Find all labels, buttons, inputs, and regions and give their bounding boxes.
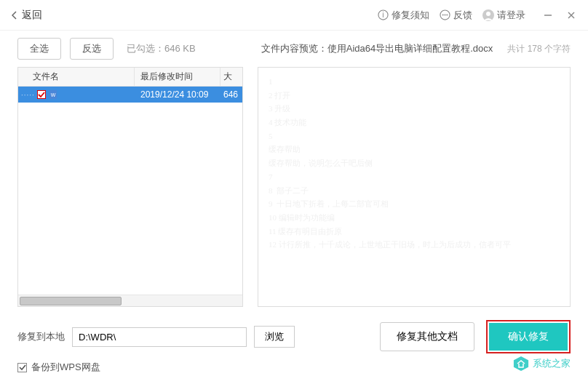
docx-icon: W [48, 89, 58, 100]
restore-path-input[interactable] [72, 327, 247, 347]
col-modified[interactable]: 最后修改时间 [135, 68, 220, 86]
chevron-left-icon [12, 11, 17, 20]
preview-text: 1 2 打开 3 升级 4 技术功能 5 缓存帮助 缓存帮助，说明怎么干吧后侧 … [269, 75, 560, 252]
svg-point-3 [442, 15, 444, 16]
repair-notice-link[interactable]: i 修复须知 [378, 9, 429, 22]
select-all-button[interactable]: 全选 [17, 38, 61, 60]
table-row[interactable]: ····· W 2019/12/24 10:09 646 [18, 87, 242, 103]
back-button[interactable]: 返回 [12, 9, 42, 22]
horizontal-scrollbar[interactable] [18, 295, 242, 306]
preview-title: 文件内容预览：使用Aida64导出电脑详细配置教程.docx [261, 42, 493, 55]
chat-icon [440, 9, 450, 20]
svg-text:i: i [382, 11, 384, 19]
confirm-repair-button[interactable]: 确认修复 [489, 323, 568, 351]
row-checkbox[interactable] [37, 90, 46, 99]
svg-point-4 [445, 15, 446, 16]
svg-text:W: W [51, 92, 56, 97]
col-size[interactable]: 大 [220, 68, 242, 86]
preview-panel: 1 2 打开 3 升级 4 技术功能 5 缓存帮助 缓存帮助，说明怎么干吧后侧 … [258, 67, 571, 307]
feedback-link[interactable]: 反馈 [440, 9, 472, 22]
path-label: 修复到本地 [17, 330, 65, 343]
info-icon: i [378, 9, 389, 20]
backup-checkbox[interactable] [17, 363, 27, 372]
tree-connector: ····· [21, 91, 35, 99]
svg-point-5 [446, 15, 448, 16]
repair-other-button[interactable]: 修复其他文档 [380, 322, 474, 351]
backup-label: 备份到WPS网盘 [31, 361, 100, 374]
minimize-button[interactable] [543, 10, 553, 20]
user-icon [482, 9, 494, 21]
browse-button[interactable]: 浏览 [254, 326, 295, 348]
svg-point-7 [486, 12, 490, 16]
table-header: 文件名 最后修改时间 大 [18, 68, 242, 87]
close-button[interactable] [566, 10, 576, 20]
login-link[interactable]: 请登录 [482, 9, 525, 22]
char-count-label: 共计 178 个字符 [507, 43, 571, 55]
selected-size-label: 已勾选：646 KB [127, 42, 196, 55]
file-date: 2019/12/24 10:09 [135, 89, 220, 100]
col-filename[interactable]: 文件名 [18, 68, 135, 86]
file-size: 646 [220, 89, 242, 100]
back-label: 返回 [22, 9, 42, 22]
file-list-panel: 文件名 最后修改时间 大 ····· W 2019/12/24 10:09 64… [17, 67, 243, 307]
invert-select-button[interactable]: 反选 [70, 38, 114, 60]
